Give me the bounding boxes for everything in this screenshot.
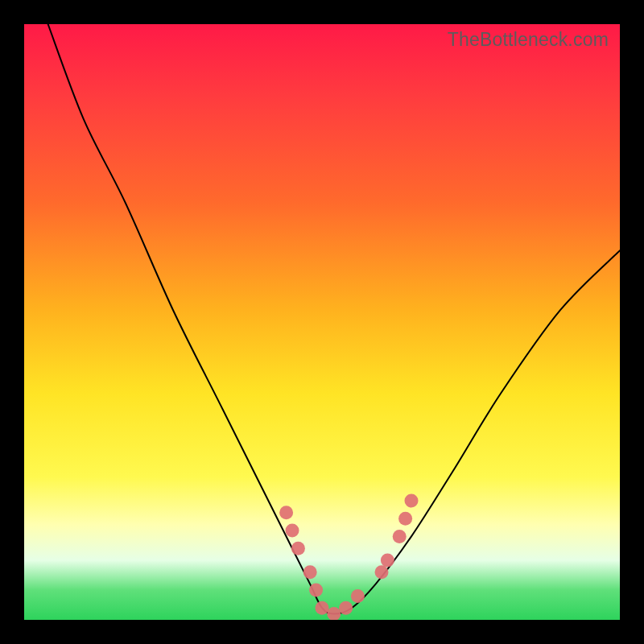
curve-marker [291, 542, 305, 555]
curve-marker [398, 512, 412, 526]
curve-marker [393, 530, 407, 543]
chart-frame: TheBottleneck.com [0, 0, 644, 644]
curve-marker [339, 601, 353, 615]
curve-marker [327, 607, 341, 620]
curve-marker [381, 554, 394, 568]
curve-marker [279, 506, 293, 519]
curve-marker [309, 584, 323, 597]
curve-svg [24, 24, 620, 620]
plot-area: TheBottleneck.com [24, 24, 620, 620]
curve-marker [316, 601, 329, 615]
curve-marker [405, 494, 419, 508]
curve-marker [303, 565, 317, 579]
bottleneck-curve [48, 24, 620, 614]
curve-marker [351, 589, 365, 603]
curve-marker [375, 565, 389, 579]
curve-marker [286, 524, 299, 538]
